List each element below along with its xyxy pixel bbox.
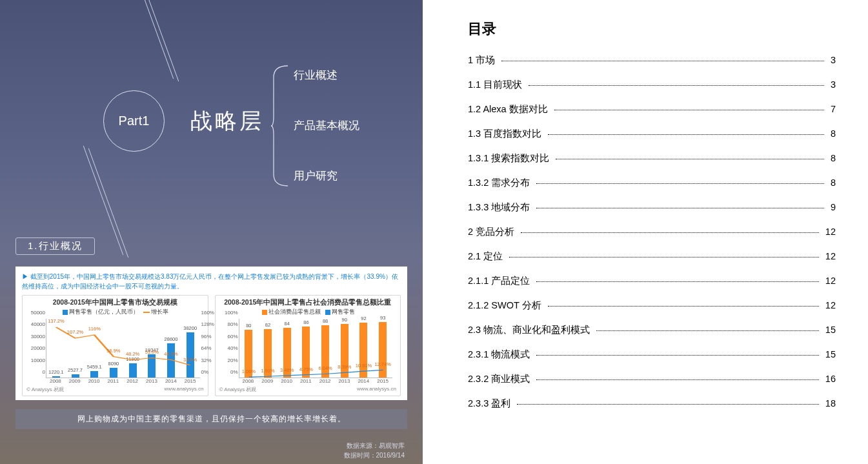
toc-row: 1.3.3 地域分布9 [468, 201, 836, 214]
toc-row: 2 竞品分析12 [468, 226, 836, 238]
chart-1-legend: 网售零售（亿元，人民币） 增长率 [26, 308, 204, 316]
toc-label: 1.3.1 搜索指数对比 [468, 152, 553, 165]
toc-label: 2.1 定位 [468, 250, 507, 263]
toc-label: 1.3.2 需求分布 [468, 177, 534, 189]
toc-page: 12 [822, 276, 836, 286]
toc-row: 2.3 物流、商业化和盈利模式15 [468, 324, 836, 336]
toc-page: 7 [827, 104, 836, 114]
toc-page: 16 [822, 374, 836, 384]
chart-2: 2008-2015年中国网上零售占社会消费品零售总额比重 社会消费品零售总额 网… [215, 295, 401, 396]
slide-top-section: Part1 战略层 行业概述 产品基本概况 用户研究 [0, 0, 423, 226]
toc-page: 3 [827, 79, 836, 90]
toc-label: 1 市场 [468, 54, 499, 66]
chart-2-legend: 社会消费品零售总额 网售零售 [219, 308, 397, 316]
toc-label: 1.1 目前现状 [468, 79, 526, 91]
chart-1-title: 2008-2015年中国网上零售市场交易规模 [26, 298, 204, 307]
chart-container: ▶ 截至到2015年，中国网上零售市场交易规模达3.83万亿元人民币，在整个网上… [15, 267, 407, 400]
toc-row: 1 市场3 [468, 54, 836, 66]
toc-page: 8 [827, 177, 836, 188]
toc-label: 2.3 物流、商业化和盈利模式 [468, 324, 594, 336]
toc-row: 2.1 定位12 [468, 250, 836, 263]
toc-page: 9 [827, 202, 836, 212]
sub-item: 行业概述 [294, 68, 359, 83]
section-header-tab: 1.行业概况 [15, 237, 95, 255]
toc-row: 2.3.1 物流模式15 [468, 348, 836, 361]
part-label: Part1 [119, 114, 150, 128]
toc-page: 15 [822, 349, 836, 359]
slide-main-title: 战略层 [190, 106, 264, 136]
source-label: 数据来源：易观智库 [344, 441, 405, 450]
chart-footer-left: © Analysys 易观 [26, 386, 64, 393]
chart-2-title: 2008-2015年中国网上零售占社会消费品零售总额比重 [219, 298, 397, 307]
toc-row: 2.1.1 产品定位12 [468, 275, 836, 287]
chart-1: 2008-2015年中国网上零售市场交易规模 网售零售（亿元，人民币） 增长率 … [22, 295, 208, 396]
toc-row: 1.3 百度指数对比8 [468, 128, 836, 140]
chart-footer-right: www.analysys.cn [357, 386, 396, 393]
toc-row: 2.3.2 商业模式16 [468, 373, 836, 385]
toc-page: 12 [822, 251, 836, 261]
bracket-icon [271, 65, 288, 187]
part-circle: Part1 [103, 90, 165, 152]
toc-label: 2.1.2 SWOT 分析 [468, 299, 545, 312]
toc-page: 8 [827, 128, 836, 139]
toc-label: 2 竞品分析 [468, 226, 518, 238]
toc-page: 18 [822, 398, 836, 409]
chart-intro-text: ▶ 截至到2015年，中国网上零售市场交易规模达3.83万亿元人民币，在整个网上… [22, 272, 401, 291]
chart-footer-right: www.analysys.cn [165, 386, 204, 393]
slide-bottom-section: 1.行业概况 ▶ 截至到2015年，中国网上零售市场交易规模达3.83万亿元人民… [0, 232, 423, 464]
toc-panel: 目录 1 市场31.1 目前现状31.2 Alexa 数据对比71.3 百度指数… [423, 0, 868, 464]
toc-label: 1.3.3 地域分布 [468, 201, 534, 214]
toc-page: 3 [827, 55, 836, 65]
toc-page: 12 [822, 300, 836, 310]
toc-label: 2.3.1 物流模式 [468, 348, 534, 361]
toc-label: 2.3.2 商业模式 [468, 373, 534, 385]
toc-title: 目录 [468, 19, 836, 39]
toc-row: 2.1.2 SWOT 分析12 [468, 299, 836, 312]
sub-item: 用户研究 [294, 168, 359, 183]
toc-page: 8 [827, 153, 836, 163]
toc-row: 1.1 目前现状3 [468, 79, 836, 91]
chart-footer-left: © Analysys 易观 [219, 386, 257, 393]
sub-item: 产品基本概况 [294, 118, 359, 133]
toc-row: 1.2 Alexa 数据对比7 [468, 103, 836, 116]
chart-caption: 网上购物成为中国主要的零售渠道，且仍保持一个较高的增长率增长着。 [15, 409, 407, 429]
toc-label: 2.3.3 盈利 [468, 398, 514, 410]
toc-label: 2.1.1 产品定位 [468, 275, 534, 287]
toc-row: 1.3.2 需求分布8 [468, 177, 836, 189]
toc-row: 1.3.1 搜索指数对比8 [468, 152, 836, 165]
toc-label: 1.3 百度指数对比 [468, 128, 545, 140]
toc-label: 1.2 Alexa 数据对比 [468, 103, 552, 116]
toc-page: 15 [822, 325, 836, 335]
chart-2-plot: 0%20%40%60%80%100%80828486889092931.06%1… [239, 319, 393, 378]
source-info: 数据来源：易观智库 数据时间：2016/9/14 [344, 441, 405, 460]
chart-1-plot: 00%1000032%2000064%3000096%40000128%5000… [46, 319, 200, 378]
slide-sub-items: 行业概述 产品基本概况 用户研究 [294, 68, 359, 183]
presentation-slide-panel: Part1 战略层 行业概述 产品基本概况 用户研究 1.行业概况 ▶ 截至到2… [0, 0, 423, 464]
toc-page: 12 [822, 227, 836, 237]
toc-list: 1 市场31.1 目前现状31.2 Alexa 数据对比71.3 百度指数对比8… [468, 54, 836, 410]
toc-row: 2.3.3 盈利18 [468, 398, 836, 410]
